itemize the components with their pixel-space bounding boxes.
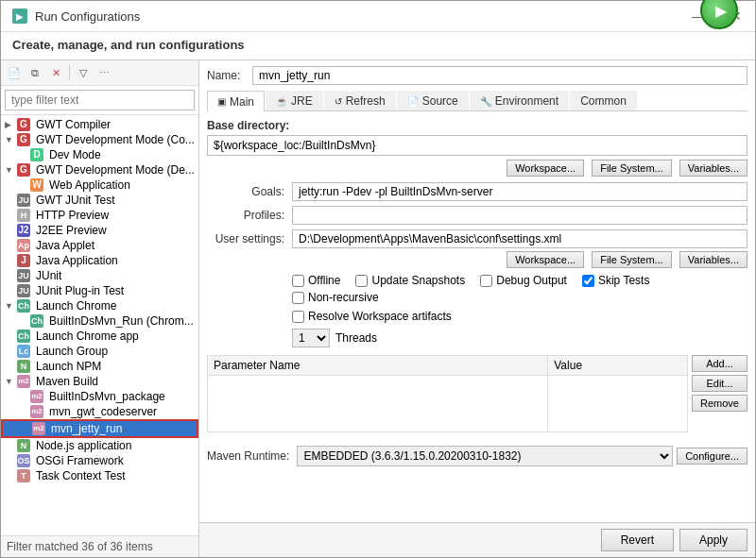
param-name-cell <box>208 376 548 432</box>
m2-icon: m2 <box>30 405 43 418</box>
tabs-bar: ▣ Main ☕ JRE ↺ Refresh 📄 Source 🔧 En <box>207 91 747 111</box>
duplicate-button[interactable]: ⧉ <box>26 63 44 82</box>
tree-item[interactable]: WWeb Application <box>1 178 198 193</box>
tree-item-label: Java Application <box>36 254 118 267</box>
base-dir-variables-button[interactable]: Variables... <box>679 160 747 177</box>
tree-item-label: Launch NPM <box>36 360 101 373</box>
edit-param-button[interactable]: Edit... <box>692 375 747 392</box>
tree-item[interactable]: m2mvn_jetty_run <box>1 419 198 438</box>
runtime-label: Maven Runtime: <box>207 449 297 463</box>
ju-icon: JU <box>17 194 30 207</box>
j2-icon: J2 <box>17 224 30 237</box>
tree-item-label: J2EE Preview <box>36 224 107 237</box>
tree-item[interactable]: NNode.js application <box>1 438 198 453</box>
tree-item[interactable]: ApJava Applet <box>1 238 198 253</box>
tab-common[interactable]: Common <box>570 91 637 110</box>
tree-item-label: BuiltInDsMvn_Run (Chrom... <box>49 314 194 328</box>
name-label: Name: <box>207 69 245 82</box>
threads-label: Threads <box>335 331 377 345</box>
revert-button[interactable]: Revert <box>601 529 674 551</box>
runtime-select[interactable]: EMBEDDED (3.6.3/1.15.0.20200310-1832) <box>297 446 673 466</box>
remove-param-button[interactable]: Remove <box>692 395 747 412</box>
tab-refresh[interactable]: ↺ Refresh <box>324 91 396 110</box>
expand-arrow: ▶ <box>5 120 14 129</box>
delete-button[interactable]: ✕ <box>46 63 65 82</box>
update-snapshots-checkbox[interactable] <box>355 275 368 287</box>
base-dir-input[interactable] <box>207 135 747 156</box>
base-dir-filesystem-button[interactable]: File System... <box>592 160 672 177</box>
refresh-tab-icon: ↺ <box>335 96 342 107</box>
tab-content: Base directory: Workspace... File System… <box>207 119 747 522</box>
profiles-input[interactable] <box>292 206 747 225</box>
title-bar-left: ▶ Run Configurations <box>12 8 140 24</box>
tree-item[interactable]: ChLaunch Chrome app <box>1 329 198 344</box>
user-settings-workspace-button[interactable]: Workspace... <box>507 251 584 268</box>
tree-item[interactable]: J2J2EE Preview <box>1 223 198 238</box>
tree-item[interactable]: HHTTP Preview <box>1 208 198 223</box>
user-settings-variables-button[interactable]: Variables... <box>679 251 747 268</box>
tree-item[interactable]: m2BuiltInDsMvn_package <box>1 389 198 404</box>
user-settings-input[interactable] <box>292 229 747 248</box>
tree-item-label: HTTP Preview <box>36 209 109 222</box>
tree-item[interactable]: JUGWT JUnit Test <box>1 193 198 208</box>
tree-item[interactable]: ▼m2Maven Build <box>1 374 198 389</box>
threads-select[interactable]: 1 2 4 <box>292 329 330 347</box>
tree-item[interactable]: OSOSGi Framework <box>1 453 198 468</box>
env-tab-icon: 🔧 <box>480 96 491 107</box>
tree-item-label: mvn_jetty_run <box>51 422 122 435</box>
offline-checkbox[interactable] <box>292 275 304 287</box>
tree-item-label: GWT JUnit Test <box>36 194 115 207</box>
offline-label: Offline <box>308 274 340 287</box>
tab-source-label: Source <box>422 94 458 108</box>
tree-item-label: mvn_gwt_codeserver <box>49 405 157 418</box>
tab-main-label: Main <box>230 95 254 109</box>
filter-button[interactable]: ▽ <box>74 63 93 82</box>
source-tab-icon: 📄 <box>407 96 419 107</box>
tree-item[interactable]: ▼GGWT Development Mode (De... <box>1 162 198 178</box>
run-button[interactable] <box>700 0 738 29</box>
tab-jre[interactable]: ☕ JRE <box>266 91 323 110</box>
tab-source[interactable]: 📄 Source <box>397 91 469 110</box>
tree-item[interactable]: JUJUnit <box>1 268 198 283</box>
tree-item[interactable]: NLaunch NPM <box>1 359 198 374</box>
tree-item-label: OSGi Framework <box>36 454 124 467</box>
configure-runtime-button[interactable]: Configure... <box>677 448 747 465</box>
tab-environment[interactable]: 🔧 Environment <box>470 91 569 110</box>
offline-checkbox-item: Offline <box>292 274 340 287</box>
user-settings-row: User settings: Workspace... File System.… <box>207 229 747 268</box>
tree-item-label: Web Application <box>49 178 130 192</box>
tree-item[interactable]: JUJUnit Plug-in Test <box>1 283 198 298</box>
tree-item[interactable]: ▼GGWT Development Mode (Co... <box>1 132 198 147</box>
param-value-cell <box>548 376 688 432</box>
tree-item[interactable]: JJava Application <box>1 253 198 268</box>
base-dir-workspace-button[interactable]: Workspace... <box>507 160 584 177</box>
more-button[interactable]: ⋯ <box>94 63 113 82</box>
user-settings-filesystem-button[interactable]: File System... <box>592 251 672 268</box>
tree-item[interactable]: ▼ChLaunch Chrome <box>1 298 198 313</box>
skip-tests-checkbox-item: Skip Tests <box>582 274 649 287</box>
tree-item[interactable]: DDev Mode <box>1 147 198 162</box>
tree-item-label: GWT Development Mode (De... <box>36 163 195 177</box>
dev-icon: D <box>30 148 43 161</box>
left-footer: Filter matched 36 of 36 items <box>1 535 198 557</box>
profiles-row: Profiles: <box>207 206 747 225</box>
non-recursive-checkbox[interactable] <box>292 292 304 304</box>
tree-item[interactable]: ChBuiltInDsMvn_Run (Chrom... <box>1 313 198 329</box>
gwt-icon: G <box>17 133 30 146</box>
debug-output-checkbox[interactable] <box>480 275 492 287</box>
tree-item[interactable]: ▶GGWT Compiler <box>1 117 198 132</box>
new-config-button[interactable]: 📄 <box>5 63 24 82</box>
goals-input[interactable] <box>292 182 747 201</box>
table-row <box>208 376 688 432</box>
name-input[interactable] <box>252 66 747 85</box>
user-settings-section: User settings: Workspace... File System.… <box>207 229 747 268</box>
filter-input[interactable] <box>5 90 195 110</box>
tab-main[interactable]: ▣ Main <box>207 91 265 111</box>
apply-button[interactable]: Apply <box>679 529 747 551</box>
tree-item[interactable]: TTask Context Test <box>1 468 198 483</box>
tree-item[interactable]: LcLaunch Group <box>1 344 198 359</box>
resolve-workspace-checkbox[interactable] <box>292 311 304 323</box>
tree-item[interactable]: m2mvn_gwt_codeserver <box>1 404 198 419</box>
skip-tests-checkbox[interactable] <box>582 275 594 287</box>
add-param-button[interactable]: Add... <box>692 355 747 372</box>
